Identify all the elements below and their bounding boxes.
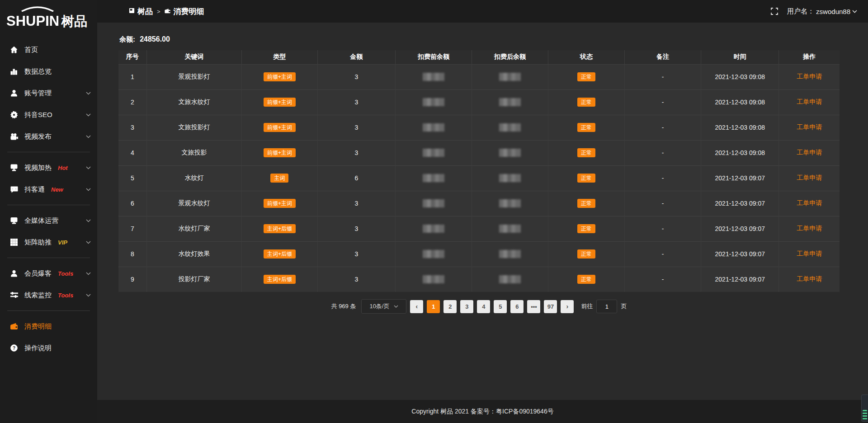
cell-keyword: 文旅投影灯 [146,115,242,140]
work-order-link[interactable]: 工单申请 [797,98,822,105]
cell-balance-before [395,89,472,115]
cell-remark: - [625,140,701,165]
cell-type: 主词+后缀 [242,216,317,241]
cell-keyword: 文旅水纹灯 [146,89,242,115]
type-badge: 前缀+主词 [264,72,296,81]
sidebar-item-13[interactable]: ?操作说明 [0,337,97,359]
sidebar-item-5[interactable]: 视频发布 [0,126,97,147]
work-order-link[interactable]: 工单申请 [797,149,822,156]
cell-time: 2021-12-03 09:08 [701,64,779,89]
sidebar-item-10[interactable]: 会员爆客Tools [0,263,97,284]
svg-text:?: ? [13,346,15,351]
chevron-down-icon [852,10,857,13]
cell-balance-after [472,267,548,292]
sidebar-item-3[interactable]: 账号管理 [0,82,97,104]
balance-label: 余额: [119,35,135,43]
page-button-5[interactable]: 5 [494,300,507,313]
goto-page-input[interactable] [596,300,617,313]
page-buttons: 123456•••97 [427,300,557,313]
column-header: 类型 [242,50,317,64]
next-page-button[interactable]: › [561,300,574,313]
cell-type: 前缀+主词 [242,89,317,115]
cell-amount: 3 [317,64,395,89]
sidebar-divider [7,258,90,258]
page-button-4[interactable]: 4 [477,300,490,313]
sidebar-item-6[interactable]: 视频加热Hot [0,157,97,179]
work-order-link[interactable]: 工单申请 [797,174,822,181]
cell-amount: 6 [317,165,395,191]
redacted-balance-after [499,174,521,182]
sidebar-item-11[interactable]: 线索监控Tools [0,284,97,306]
more-pages-button[interactable]: ••• [527,300,540,313]
breadcrumb-home[interactable]: 树品 [129,6,153,17]
sidebar-nav: 首页数据总览账号管理抖音SEO视频发布视频加热Hot抖客通New全媒体运营矩阵助… [0,39,97,359]
page-button-97[interactable]: 97 [544,300,557,313]
page-button-2[interactable]: 2 [443,300,457,313]
sidebar-item-tag: New [51,186,63,193]
cell-remark: - [625,241,701,267]
cell-index: 2 [118,89,146,115]
page-button-6[interactable]: 6 [510,300,524,313]
sidebar-divider [7,310,90,311]
logo-text-cn: 树品 [61,15,87,28]
cell-status: 正常 [548,191,625,216]
breadcrumb-separator: > [157,8,160,15]
cell-index: 1 [118,64,146,89]
cell-time: 2021-12-03 09:07 [701,191,779,216]
cell-balance-before [395,241,472,267]
cell-amount: 3 [317,115,395,140]
breadcrumb-current[interactable]: 消费明细 [165,6,204,17]
goto-label: 前往 [581,302,593,310]
cell-keyword: 水纹灯 [146,165,242,191]
type-badge: 前缀+主词 [264,98,296,107]
sidebar-item-7[interactable]: 抖客通New [0,179,97,200]
page-size-select[interactable]: 10条/页 [361,299,406,314]
work-order-link[interactable]: 工单申请 [797,275,822,282]
user-menu[interactable]: 用户名：zswodun88 [787,7,857,16]
work-order-link[interactable]: 工单申请 [797,225,822,232]
sidebar-item-1[interactable]: 首页 [0,39,97,61]
work-order-link[interactable]: 工单申请 [797,123,822,131]
cell-type: 前缀+主词 [242,140,317,165]
work-order-link[interactable]: 工单申请 [797,199,822,207]
table-row: 1景观投影灯前缀+主词3正常-2021-12-03 09:08工单申请 [118,64,840,89]
sidebar-item-label: 首页 [24,46,38,54]
work-order-link[interactable]: 工单申请 [797,73,822,80]
sidebar-item-label: 视频加热 [24,164,52,172]
fullscreen-icon[interactable] [771,8,778,15]
sidebar-item-2[interactable]: 数据总览 [0,61,97,82]
side-helper-widget[interactable] [861,395,868,422]
cell-action: 工单申请 [779,89,840,115]
topbar: 树品 > 消费明细 用户名：zswodun88 [97,0,868,23]
type-badge: 主词 [270,174,288,183]
status-badge: 正常 [577,249,595,258]
table-row: 4文旅投影前缀+主词3正常-2021-12-03 09:08工单申请 [118,140,840,165]
cell-remark: - [625,216,701,241]
cell-balance-after [472,140,548,165]
sidebar-item-12[interactable]: 消费明细 [0,315,97,337]
page-button-1[interactable]: 1 [427,300,440,313]
status-badge: 正常 [577,98,595,107]
column-header: 时间 [701,50,779,64]
sidebar-item-9[interactable]: 矩阵助推VIP [0,231,97,253]
work-order-link[interactable]: 工单申请 [797,250,822,257]
page-button-3[interactable]: 3 [460,300,473,313]
sidebar-item-4[interactable]: 抖音SEO [0,104,97,126]
video-icon [10,132,18,141]
cell-amount: 3 [317,89,395,115]
breadcrumb-label: 树品 [137,6,153,17]
cell-balance-before [395,115,472,140]
wallet-icon [10,322,18,330]
status-badge: 正常 [577,123,595,132]
table-row: 7水纹灯厂家主词+后缀3正常-2021-12-03 09:07工单申请 [118,216,840,241]
cell-time: 2021-12-03 09:07 [701,267,779,292]
cell-action: 工单申请 [779,241,840,267]
cell-balance-before [395,191,472,216]
column-header: 扣费前余额 [395,50,472,64]
logo-text-en: SHUPIN [6,14,59,28]
redacted-balance-before [423,250,444,258]
prev-page-button[interactable]: ‹ [410,300,423,313]
sidebar-item-label: 抖音SEO [24,111,52,119]
app-icon [129,7,135,16]
sidebar-item-8[interactable]: 全媒体运营 [0,210,97,231]
